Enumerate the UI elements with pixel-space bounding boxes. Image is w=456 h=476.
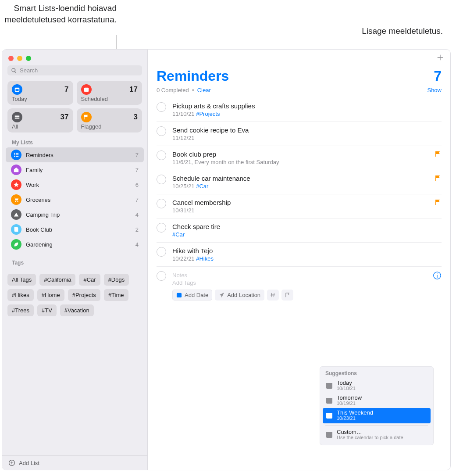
tent-icon xyxy=(11,209,21,220)
suggestion-custom[interactable]: Custom… Use the calendar to pick a date xyxy=(323,427,431,442)
reminder-item[interactable]: Pickup arts & crafts supplies 11/10/21 #… xyxy=(157,98,442,122)
toolbar xyxy=(148,50,450,66)
tag-projects[interactable]: #Projects xyxy=(68,289,100,301)
new-reminder-row[interactable]: Notes Add Tags Add Date Add Location xyxy=(157,267,442,305)
callout-smart-lists: Smart Lists-loendid hoiavad meeldetuletu… xyxy=(3,3,117,25)
svg-rect-6 xyxy=(16,153,18,154)
notes-placeholder[interactable]: Notes xyxy=(172,272,433,279)
smart-list-flagged[interactable]: 3 Flagged xyxy=(77,108,142,132)
complete-checkbox[interactable] xyxy=(157,126,166,136)
tag-hikes[interactable]: #Hikes xyxy=(7,289,34,301)
star-icon xyxy=(11,179,21,190)
reminder-subtitle: 11/10/21 #Projects xyxy=(172,111,442,117)
reminder-item[interactable]: Cancel membership 10/31/21 xyxy=(157,194,442,218)
search-field[interactable] xyxy=(7,65,142,75)
suggestion-tomorrow[interactable]: Tomorrow 10/19/21 xyxy=(323,393,431,408)
sidebar-list-groceries[interactable]: Groceries 7 xyxy=(6,192,144,207)
list-count: 7 xyxy=(135,167,139,173)
list-icon xyxy=(11,150,21,160)
list-label: Book Club xyxy=(26,226,131,233)
main-panel: Reminders 7 0 Completed • Clear Show Pic… xyxy=(148,50,450,470)
reminder-subtitle: 11/6/21, Every month on the first Saturd… xyxy=(172,159,431,165)
show-completed-link[interactable]: Show xyxy=(427,87,442,93)
add-location-button[interactable]: Add Location xyxy=(215,290,264,301)
search-input[interactable] xyxy=(20,67,139,74)
clear-completed-link[interactable]: Clear xyxy=(197,87,211,93)
smart-list-all[interactable]: 37 All xyxy=(7,108,73,132)
complete-checkbox[interactable] xyxy=(157,223,166,233)
list-count: 7 xyxy=(135,197,139,203)
svg-rect-19 xyxy=(326,413,332,415)
smart-list-scheduled[interactable]: 17 Scheduled xyxy=(77,81,142,105)
mylists-header: My Lists xyxy=(2,138,147,147)
complete-checkbox[interactable] xyxy=(157,271,166,281)
close-button[interactable] xyxy=(8,56,14,61)
reminder-item[interactable]: Schedule car maintenance 10/25/21 #Car xyxy=(157,170,442,194)
tag-california[interactable]: #California xyxy=(39,274,75,286)
tag-tv[interactable]: #TV xyxy=(37,304,57,316)
date-suggestions-popover: Suggestions Today 10/18/21 Tomorrow 10/1… xyxy=(320,366,434,445)
tag-car[interactable]: #Car xyxy=(79,274,100,286)
mylists: Reminders 7 Family 7 Work 6 Groceries 7 … xyxy=(2,147,147,252)
tag-vacation[interactable]: #Vacation xyxy=(60,304,94,316)
complete-checkbox[interactable] xyxy=(157,175,166,184)
smart-list-count: 17 xyxy=(129,85,138,94)
svg-rect-21 xyxy=(326,432,332,434)
svg-rect-2 xyxy=(84,88,89,92)
cart-icon xyxy=(11,194,21,205)
add-list-button[interactable]: Add List xyxy=(2,455,147,470)
flag-icon xyxy=(81,112,92,122)
zoom-button[interactable] xyxy=(26,56,31,61)
svg-rect-15 xyxy=(326,383,332,385)
sidebar-list-gardening[interactable]: Gardening 4 xyxy=(6,237,144,252)
plus-circle-icon xyxy=(8,459,15,466)
complete-checkbox[interactable] xyxy=(157,102,166,112)
smart-list-label: All xyxy=(12,123,69,130)
minimize-button[interactable] xyxy=(17,56,22,61)
complete-checkbox[interactable] xyxy=(157,199,166,208)
all-icon xyxy=(12,112,22,122)
list-label: Gardening xyxy=(26,241,131,248)
smart-list-label: Today xyxy=(12,96,69,102)
suggestion-thisweekend[interactable]: This Weekend 10/23/21 xyxy=(323,408,431,423)
smart-list-today[interactable]: 7 Today xyxy=(7,81,73,105)
info-button[interactable] xyxy=(433,271,442,301)
tag-time[interactable]: #Time xyxy=(104,289,128,301)
flag-icon xyxy=(435,199,442,214)
sidebar-list-work[interactable]: Work 6 xyxy=(6,177,144,192)
add-flag-button[interactable] xyxy=(281,290,293,301)
reminder-item[interactable]: Send cookie recipe to Eva 11/12/21 xyxy=(157,122,442,146)
svg-rect-8 xyxy=(16,156,18,157)
reminder-item[interactable]: Check spare tire #Car xyxy=(157,218,442,243)
complete-checkbox[interactable] xyxy=(157,247,166,257)
sidebar-list-camping-trip[interactable]: Camping Trip 4 xyxy=(6,207,144,222)
list-count: 4 xyxy=(135,241,139,248)
list-label: Family xyxy=(26,167,131,173)
list-label: Reminders xyxy=(26,152,131,158)
reminder-item[interactable]: Hike with Tejo 10/22/21 #Hikes xyxy=(157,243,442,267)
tag-dogs[interactable]: #Dogs xyxy=(104,274,129,286)
suggestion-today[interactable]: Today 10/18/21 xyxy=(323,378,431,393)
sidebar-list-reminders[interactable]: Reminders 7 xyxy=(6,147,144,162)
tags-placeholder[interactable]: Add Tags xyxy=(172,279,433,286)
divider xyxy=(325,425,428,426)
complete-checkbox[interactable] xyxy=(157,150,166,160)
sidebar-list-book-club[interactable]: Book Club 2 xyxy=(6,222,144,237)
list-count: 6 xyxy=(135,182,139,188)
add-tag-button[interactable] xyxy=(267,290,279,301)
reminder-title: Book club prep xyxy=(172,150,431,158)
svg-rect-12 xyxy=(177,293,182,297)
tag-home[interactable]: #Home xyxy=(37,289,64,301)
tag-alltags[interactable]: All Tags xyxy=(7,274,36,286)
tag-trees[interactable]: #Trees xyxy=(7,304,34,316)
suggestion-date: Use the calendar to pick a date xyxy=(337,435,403,440)
home-icon xyxy=(11,165,21,175)
sidebar-list-family[interactable]: Family 7 xyxy=(6,162,144,177)
add-date-button[interactable]: Add Date xyxy=(172,290,212,301)
reminder-item[interactable]: Book club prep 11/6/21, Every month on t… xyxy=(157,146,442,170)
completed-count: 0 Completed xyxy=(157,87,189,93)
svg-point-9 xyxy=(15,201,16,202)
add-reminder-button[interactable] xyxy=(436,54,444,63)
reminder-title: Send cookie recipe to Eva xyxy=(172,126,442,134)
svg-point-5 xyxy=(14,156,15,157)
